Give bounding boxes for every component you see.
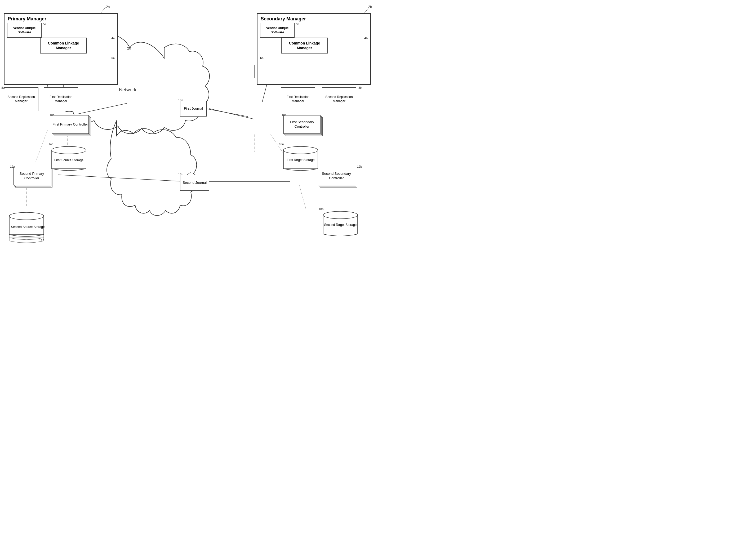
first-replication-manager-b-label: First Replication Manager xyxy=(281,95,315,103)
ref-12a: 12a xyxy=(10,165,15,168)
second-source-storage-label: Second Source Storage xyxy=(11,225,45,229)
first-source-storage-label: First Source Storage xyxy=(54,158,83,163)
ref-16a: 16a xyxy=(178,99,183,102)
primary-manager-label: Primary Manager xyxy=(8,16,46,22)
secondary-manager-label: Secondary Manager xyxy=(261,16,306,22)
svg-line-2 xyxy=(36,130,48,162)
first-primary-controller-stack: First Primary Controller xyxy=(52,115,90,136)
first-source-storage-cylinder: First Source Storage xyxy=(50,144,87,173)
svg-line-14 xyxy=(58,175,183,181)
ref-18b: 18b xyxy=(319,207,323,211)
second-source-storage-cylinder: Second Source Storage xyxy=(8,209,48,248)
vendor-unique-software-a-label: Vendor Unique Software xyxy=(7,26,41,34)
first-journal-box: First Journal xyxy=(180,101,207,117)
ref-5b: 5b xyxy=(296,22,299,26)
ref-2a: 2a xyxy=(106,5,110,9)
ref-8b: 8b xyxy=(358,86,362,89)
ref-20: 20 xyxy=(127,46,131,50)
svg-line-9 xyxy=(299,185,306,209)
ref-14a: 14a xyxy=(48,142,53,146)
ref-8a: 8a xyxy=(1,86,5,89)
ref-6b: 6b xyxy=(260,56,264,60)
diagram: Network xyxy=(0,0,378,273)
first-secondary-controller-stack: First Secondary Controller xyxy=(283,115,322,136)
common-linkage-manager-b-box: Common Linkage Manager xyxy=(281,38,328,53)
first-target-storage-cylinder: First Target Storage xyxy=(281,144,321,173)
second-primary-controller-label: Second Primary Controller xyxy=(14,172,50,181)
second-secondary-controller-label: Second Secondary Controller xyxy=(318,172,355,181)
ref-18a: 18a xyxy=(279,142,284,146)
first-replication-manager-a-label: First Replication Manager xyxy=(44,95,78,103)
ref-16b: 16b xyxy=(178,173,183,176)
second-target-storage-cylinder: Second Target Storage xyxy=(321,209,360,241)
svg-line-0 xyxy=(78,103,127,114)
secondary-manager-box: Secondary Manager Vendor Unique Software… xyxy=(257,13,371,85)
primary-manager-box: Primary Manager Vendor Unique Software 5… xyxy=(4,13,118,85)
first-replication-manager-b-box: First Replication Manager xyxy=(281,87,315,111)
second-journal-box: Second Journal xyxy=(180,175,209,191)
ref-10b: 10b xyxy=(282,113,286,117)
first-target-storage-label: First Target Storage xyxy=(287,158,314,162)
second-primary-controller-stack: Second Primary Controller xyxy=(13,167,52,188)
svg-line-11 xyxy=(205,109,248,117)
vendor-unique-software-b-box: Vendor Unique Software xyxy=(260,23,295,38)
second-journal-label: Second Journal xyxy=(183,181,207,185)
second-replication-manager-b-label: Second Replication Manager xyxy=(322,95,356,103)
first-primary-controller-label: First Primary Controller xyxy=(52,122,88,127)
second-replication-manager-b-box: Second Replication Manager xyxy=(322,87,356,111)
common-linkage-manager-b-label: Common Linkage Manager xyxy=(282,41,327,50)
first-journal-label: First Journal xyxy=(184,106,203,111)
second-target-storage-label: Second Target Storage xyxy=(324,223,357,227)
second-replication-manager-a-label: Second Replication Manager xyxy=(4,95,38,103)
ref-10a: 10a xyxy=(50,113,54,117)
ref-5a: 5a xyxy=(43,22,46,26)
first-secondary-controller-label: First Secondary Controller xyxy=(284,120,320,129)
second-secondary-controller-stack: Second Secondary Controller xyxy=(318,167,356,188)
vendor-unique-software-a-box: Vendor Unique Software xyxy=(7,23,42,38)
first-replication-manager-a-box: First Replication Manager xyxy=(44,87,78,111)
ref-4a: 4a xyxy=(112,36,115,40)
ref-2b: 2b xyxy=(368,5,372,9)
svg-line-7 xyxy=(209,109,254,119)
second-replication-manager-a-box: Second Replication Manager xyxy=(4,87,38,111)
ref-12b: 12b xyxy=(357,165,362,168)
ref-6a: 6a xyxy=(112,56,115,60)
ref-14b-left: 14b xyxy=(39,238,44,242)
network-label: Network xyxy=(119,87,137,92)
ref-4b: 4b xyxy=(364,36,368,40)
svg-line-19 xyxy=(101,7,106,13)
common-linkage-manager-a-box: Common Linkage Manager xyxy=(40,38,87,53)
vendor-unique-software-b-label: Vendor Unique Software xyxy=(260,26,294,34)
common-linkage-manager-a-label: Common Linkage Manager xyxy=(41,41,86,50)
